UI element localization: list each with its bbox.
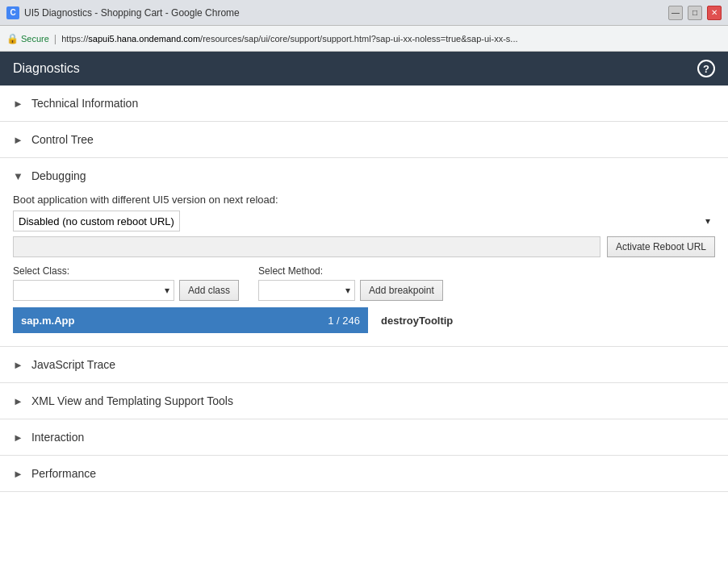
select-method-label: Select Method: bbox=[258, 265, 443, 277]
section-header-javascript-trace[interactable]: ► JavaScript Trace bbox=[0, 347, 728, 382]
result-count: 1 / 246 bbox=[328, 315, 360, 327]
section-header-xml-view[interactable]: ► XML View and Templating Support Tools bbox=[0, 383, 728, 419]
activate-reboot-button[interactable]: Activate Reboot URL bbox=[607, 236, 715, 257]
section-title-xml-view: XML View and Templating Support Tools bbox=[31, 394, 233, 407]
section-control-tree: ► Control Tree bbox=[0, 122, 728, 158]
add-class-button[interactable]: Add class bbox=[179, 280, 239, 301]
section-performance: ► Performance bbox=[0, 456, 728, 492]
select-class-label: Select Class: bbox=[13, 265, 239, 277]
section-javascript-trace: ► JavaScript Trace bbox=[0, 347, 728, 383]
address-bar: 🔒 Secure | https://sapui5.hana.ondemand.… bbox=[0, 26, 728, 52]
boot-label: Boot application with different UI5 vers… bbox=[13, 194, 715, 206]
diagnostics-title: Diagnostics bbox=[13, 61, 80, 76]
chevron-right-icon: ► bbox=[13, 98, 23, 110]
section-title-control-tree: Control Tree bbox=[31, 133, 94, 146]
result-right: destroyTooltip bbox=[368, 307, 466, 333]
chevron-right-icon-4: ► bbox=[13, 395, 23, 407]
section-interaction: ► Interaction bbox=[0, 419, 728, 456]
window-controls: — □ ✕ bbox=[668, 6, 722, 20]
result-row-wrapper: sap.m.App 1 / 246 destroyTooltip bbox=[13, 307, 715, 333]
class-section: Select Class: Add class bbox=[13, 265, 239, 301]
address-text[interactable]: https://sapui5.hana.ondemand.com/resourc… bbox=[61, 34, 517, 44]
section-xml-view: ► XML View and Templating Support Tools bbox=[0, 383, 728, 419]
content-area: ► Technical Information ► Control Tree ▼… bbox=[0, 85, 728, 492]
reboot-row: Activate Reboot URL bbox=[13, 236, 715, 257]
lock-icon: 🔒 bbox=[6, 33, 19, 44]
method-field-row: Add breakpoint bbox=[258, 280, 443, 301]
chevron-right-icon-3: ► bbox=[13, 359, 23, 371]
section-header-interaction[interactable]: ► Interaction bbox=[0, 419, 728, 455]
result-left: sap.m.App 1 / 246 bbox=[13, 307, 368, 333]
method-select-wrapper bbox=[258, 280, 355, 301]
window-title: UI5 Diagnostics - Shopping Cart - Google… bbox=[24, 7, 668, 19]
chevron-right-icon-5: ► bbox=[13, 432, 23, 444]
section-title-interaction: Interaction bbox=[31, 431, 84, 444]
browser-icon: C bbox=[6, 6, 19, 19]
chevron-right-icon-6: ► bbox=[13, 468, 23, 480]
section-header-control-tree[interactable]: ► Control Tree bbox=[0, 122, 728, 157]
class-select-wrapper bbox=[13, 280, 174, 301]
section-header-performance[interactable]: ► Performance bbox=[0, 456, 728, 491]
url-separator: | bbox=[54, 32, 56, 44]
section-header-debugging[interactable]: ▼ Debugging bbox=[0, 158, 728, 194]
maximize-button[interactable]: □ bbox=[688, 6, 702, 20]
add-breakpoint-button[interactable]: Add breakpoint bbox=[360, 280, 443, 301]
result-method-name: destroyTooltip bbox=[381, 315, 453, 327]
chevron-down-icon: ▼ bbox=[13, 170, 23, 182]
method-section: Select Method: Add breakpoint bbox=[258, 265, 443, 301]
boot-dropdown[interactable]: Disabled (no custom reboot URL) Custom U… bbox=[13, 211, 180, 231]
class-method-row: Select Class: Add class Select Method: bbox=[13, 265, 715, 301]
diagnostics-header: Diagnostics ? bbox=[0, 52, 728, 85]
chevron-right-icon-2: ► bbox=[13, 134, 23, 146]
class-select[interactable] bbox=[13, 280, 174, 301]
section-title-javascript-trace: JavaScript Trace bbox=[31, 358, 115, 371]
section-technical-information: ► Technical Information bbox=[0, 85, 728, 122]
boot-dropdown-row: Disabled (no custom reboot URL) Custom U… bbox=[13, 211, 715, 231]
section-title-debugging: Debugging bbox=[31, 169, 86, 182]
minimize-button[interactable]: — bbox=[668, 6, 683, 20]
url-domain: sapui5.hana.ondemand.com bbox=[88, 34, 200, 44]
close-button[interactable]: ✕ bbox=[707, 6, 722, 20]
class-field-row: Add class bbox=[13, 280, 239, 301]
method-select[interactable] bbox=[258, 280, 355, 301]
secure-badge: 🔒 Secure bbox=[6, 33, 49, 44]
reboot-url-input[interactable] bbox=[13, 236, 600, 257]
section-title-performance: Performance bbox=[31, 467, 96, 480]
help-button[interactable]: ? bbox=[697, 60, 715, 77]
debugging-content: Boot application with different UI5 vers… bbox=[0, 194, 728, 346]
section-debugging: ▼ Debugging Boot application with differ… bbox=[0, 158, 728, 347]
section-title-technical-information: Technical Information bbox=[31, 97, 138, 110]
title-bar: C UI5 Diagnostics - Shopping Cart - Goog… bbox=[0, 0, 728, 26]
url-path: /resources/sap/ui/core/support/support.h… bbox=[200, 34, 517, 44]
section-header-technical-information[interactable]: ► Technical Information bbox=[0, 85, 728, 121]
boot-dropdown-wrapper: Disabled (no custom reboot URL) Custom U… bbox=[13, 211, 715, 231]
url-prefix: https:// bbox=[61, 34, 88, 44]
result-class-name: sap.m.App bbox=[21, 315, 328, 327]
secure-text: Secure bbox=[21, 34, 49, 44]
